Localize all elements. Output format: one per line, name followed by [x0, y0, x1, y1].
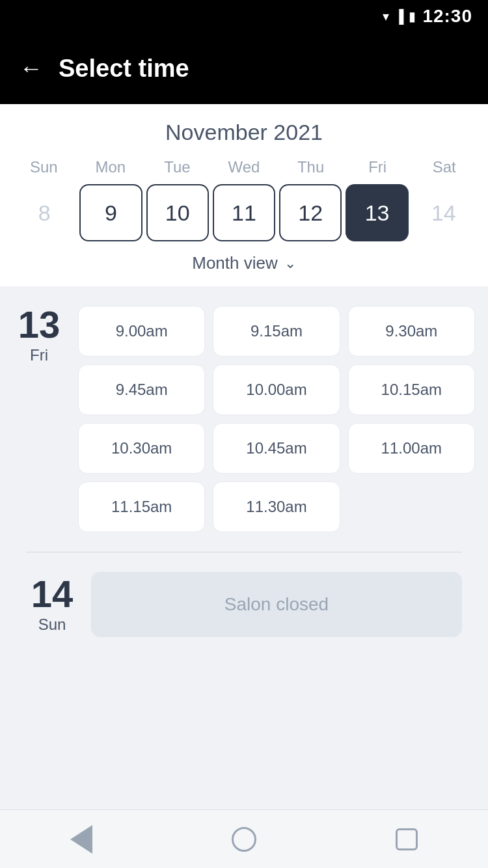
time-slot-1115am[interactable]: 11.15am — [78, 481, 205, 532]
status-icons: ▾ ▐ ▮ — [383, 8, 416, 24]
date-number-13: 13 — [13, 306, 65, 344]
date-row-13: 13 Fri 9.00am 9.15am 9.30am 9.45am 10.00… — [13, 306, 475, 532]
section-divider — [26, 552, 462, 552]
wifi-icon: ▾ — [383, 8, 389, 24]
time-grid-13: 9.00am 9.15am 9.30am 9.45am 10.00am 10.1… — [78, 306, 475, 532]
back-button[interactable]: ← — [20, 57, 43, 80]
recent-nav-button[interactable] — [392, 824, 422, 854]
date-number-14: 14 — [26, 575, 78, 613]
time-slot-1045am[interactable]: 10.45am — [213, 423, 340, 474]
month-view-toggle[interactable]: Month view ⌄ — [10, 241, 478, 286]
day-cell-9[interactable]: 9 — [79, 184, 142, 241]
time-slot-1130am[interactable]: 11.30am — [213, 481, 340, 532]
back-nav-icon — [70, 825, 92, 854]
time-slots-section: 13 Fri 9.00am 9.15am 9.30am 9.45am 10.00… — [0, 286, 488, 676]
day-header-sun: Sun — [10, 158, 77, 176]
time-slot-1015am[interactable]: 10.15am — [348, 364, 475, 415]
day-header-mon: Mon — [77, 158, 144, 176]
battery-icon: ▮ — [409, 8, 416, 24]
day-cell-8[interactable]: 8 — [13, 184, 75, 241]
status-time: 12:30 — [422, 6, 472, 27]
day-cell-11[interactable]: 11 — [213, 184, 275, 241]
month-year-title: November 2021 — [10, 120, 478, 145]
time-slot-1000am[interactable]: 10.00am — [213, 364, 340, 415]
page-title: Select time — [59, 55, 189, 83]
date-day-fri: Fri — [13, 346, 65, 364]
day-cell-13[interactable]: 13 — [346, 184, 408, 241]
day-header-sat: Sat — [411, 158, 478, 176]
day-cell-10[interactable]: 10 — [146, 184, 209, 241]
day-cells: 8 9 10 11 12 13 14 — [10, 184, 478, 241]
time-slot-945am[interactable]: 9.45am — [78, 364, 205, 415]
day-headers: Sun Mon Tue Wed Thu Fri Sat — [10, 158, 478, 176]
bottom-navigation — [0, 809, 488, 868]
day-header-wed: Wed — [211, 158, 278, 176]
date-label-13: 13 Fri — [13, 306, 65, 364]
chevron-down-icon: ⌄ — [284, 255, 296, 272]
back-nav-button[interactable] — [66, 824, 96, 854]
date-day-sun: Sun — [26, 616, 78, 634]
time-slot-900am[interactable]: 9.00am — [78, 306, 205, 357]
time-slot-1030am[interactable]: 10.30am — [78, 423, 205, 474]
day-cell-12[interactable]: 12 — [279, 184, 342, 241]
home-nav-icon — [232, 827, 256, 852]
signal-icon: ▐ — [394, 9, 403, 24]
day-header-fri: Fri — [344, 158, 411, 176]
day-cell-14[interactable]: 14 — [413, 184, 475, 241]
date-row-14: 14 Sun Salon closed — [13, 572, 475, 657]
date-label-14: 14 Sun — [26, 575, 78, 634]
salon-closed-box: Salon closed — [91, 572, 462, 637]
month-view-label: Month view — [192, 253, 278, 273]
time-slot-1100am[interactable]: 11.00am — [348, 423, 475, 474]
day-header-thu: Thu — [277, 158, 344, 176]
day-header-tue: Tue — [144, 158, 211, 176]
salon-closed-label: Salon closed — [224, 594, 329, 615]
calendar-section: November 2021 Sun Mon Tue Wed Thu Fri Sa… — [0, 104, 488, 286]
app-header: ← Select time — [0, 33, 488, 104]
recent-nav-icon — [396, 828, 418, 850]
time-slot-915am[interactable]: 9.15am — [213, 306, 340, 357]
status-bar: ▾ ▐ ▮ 12:30 — [0, 0, 488, 33]
home-nav-button[interactable] — [229, 824, 259, 854]
time-slot-930am[interactable]: 9.30am — [348, 306, 475, 357]
